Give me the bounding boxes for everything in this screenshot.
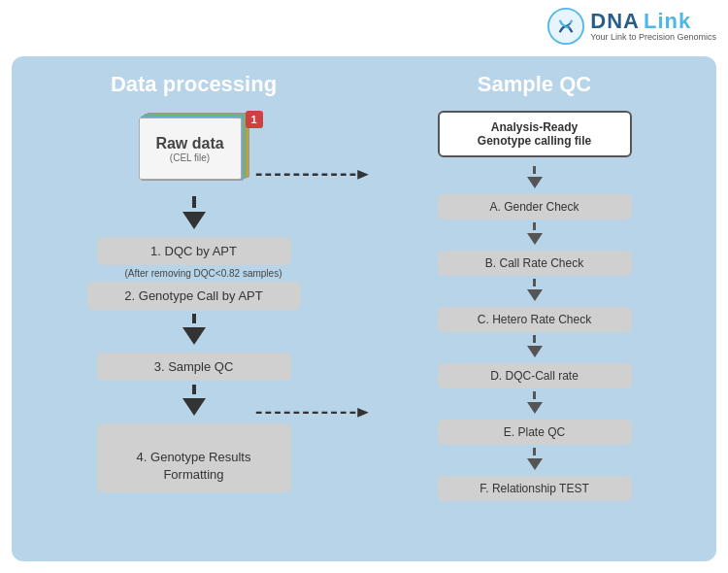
ready-line1: Analysis-Ready — [451, 120, 618, 134]
raw-data-box: Raw data (CEL file) 1 — [121, 111, 267, 188]
qc-arrow-a — [527, 177, 543, 188]
step4-box: 4. Genotype Results Formatting — [97, 423, 291, 492]
raw-data-label: Raw data — [155, 135, 223, 152]
analysis-ready-box: Analysis-Ready Genotype calling file — [438, 111, 632, 157]
right-panel-content: Analysis-Ready Genotype calling file A. … — [364, 111, 705, 503]
step3-box: 3. Sample QC — [97, 353, 291, 381]
step2-box: 2. Genotype Call by APT — [87, 282, 301, 310]
qc-arrow-e — [527, 402, 543, 414]
qc-arrow-b — [527, 233, 543, 245]
data-processing-title: Data processing — [111, 72, 277, 97]
main-container: DNA Link Your Link to Precision Genomics… — [0, 0, 728, 573]
paper-stack-back: Raw data (CEL file) — [139, 111, 250, 181]
sample-qc-title: Sample QC — [478, 72, 591, 97]
raw-data-sublabel: (CEL file) — [170, 152, 210, 163]
right-panel: Sample QC Analysis-Ready Genotype callin… — [364, 72, 705, 550]
dqc-note: (After removing DQC<0.82 samples) — [124, 268, 281, 279]
qc-arrow-d — [527, 346, 543, 357]
ready-line2: Genotype calling file — [451, 134, 618, 148]
step1-box: 1. DQC by APT — [97, 237, 291, 265]
qc-arrow-c — [527, 289, 543, 301]
dna-link-logo-icon — [547, 8, 584, 45]
qc-step-b: B. Call Rate Check — [438, 251, 632, 276]
logo-text: DNA Link Your Link to Precision Genomics — [590, 10, 716, 43]
qc-step-e: E. Plate QC — [438, 420, 632, 445]
qc-step-f: F. Relationship TEST — [438, 476, 632, 501]
arrow-2 — [182, 327, 206, 345]
logo-area: DNA Link Your Link to Precision Genomics — [547, 8, 716, 45]
qc-arrow-f — [527, 458, 543, 470]
panels-row: Data processing Raw data (CEL file — [23, 72, 705, 550]
content-area: Data processing Raw data (CEL file — [12, 56, 716, 561]
qc-step-d: D. DQC-Call rate — [438, 363, 632, 388]
arrow-3 — [182, 398, 206, 416]
qc-step-c: C. Hetero Rate Check — [438, 307, 632, 332]
badge-1: 1 — [246, 111, 263, 128]
arrow-1 — [182, 212, 206, 229]
left-panel-content: Raw data (CEL file) 1 1. — [23, 111, 364, 494]
logo-link: Link — [644, 10, 691, 33]
left-panel: Data processing Raw data (CEL file — [23, 72, 364, 550]
qc-step-a: A. Gender Check — [438, 194, 632, 219]
logo-tagline: Your Link to Precision Genomics — [590, 33, 716, 43]
logo-dna: DNA — [590, 10, 640, 33]
